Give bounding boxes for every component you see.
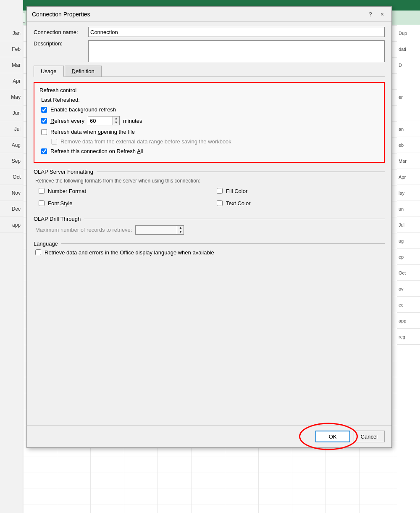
- right-label-ec: ec: [397, 297, 420, 313]
- text-color-row: Text Color: [215, 200, 385, 206]
- olap-formatting-section: OLAP Server Formatting Retrieve the foll…: [34, 169, 385, 210]
- month-list: Jan Feb Mar Apr May Jun Jul Aug Sep Oct …: [0, 25, 23, 233]
- close-button[interactable]: ×: [378, 10, 386, 19]
- refresh-every-input[interactable]: [88, 116, 113, 125]
- dialog-body: Connection name: Description: Usage Defi…: [27, 22, 391, 425]
- right-label-lay: lay: [397, 185, 420, 201]
- dialog-footer: OK Cancel: [27, 425, 391, 447]
- dialog-titlebar: Connection Properties ? ×: [27, 7, 391, 22]
- enable-bg-refresh-row: Enable background refresh: [39, 106, 379, 113]
- right-label-ep: ep: [397, 249, 420, 265]
- remove-data-label: Remove data from the external data range…: [60, 138, 231, 145]
- text-color-checkbox[interactable]: [217, 200, 223, 206]
- olap-formatting-desc: Retrieve the following formats from the …: [34, 177, 385, 185]
- tab-usage[interactable]: Usage: [34, 66, 64, 77]
- refresh-on-open-label: Refresh data when opening the file: [50, 129, 135, 135]
- refresh-all-row: Refresh this connection on Refresh All: [39, 148, 379, 154]
- month-jul: Jul: [0, 121, 23, 137]
- fill-color-checkbox[interactable]: [217, 188, 223, 194]
- refresh-all-label: Refresh this connection on Refresh All: [50, 148, 143, 154]
- right-label-reg: reg: [397, 329, 420, 345]
- refresh-on-open-checkbox[interactable]: [41, 129, 47, 135]
- language-checkbox[interactable]: [35, 249, 41, 255]
- language-section: Language Retrieve data and errors in the…: [34, 241, 385, 256]
- refresh-every-checkbox[interactable]: [41, 118, 47, 124]
- font-style-label: Font Style: [48, 200, 73, 206]
- olap-drill-title-row: OLAP Drill Through: [34, 216, 385, 222]
- enable-bg-refresh-label: Enable background refresh: [50, 106, 116, 113]
- right-label-un: un: [397, 201, 420, 217]
- olap-formatting-line: [97, 172, 385, 172]
- connection-name-row: Connection name:: [34, 27, 385, 37]
- right-label-empty1: [397, 73, 420, 89]
- connection-name-label: Connection name:: [34, 29, 88, 35]
- spinner-down-btn[interactable]: ▼: [113, 121, 119, 125]
- olap-formatting-title-row: OLAP Server Formatting: [34, 169, 385, 175]
- description-row: Description:: [34, 40, 385, 62]
- month-jan: Jan: [0, 25, 23, 41]
- font-style-checkbox[interactable]: [39, 200, 45, 206]
- number-format-row: Number Format: [37, 188, 207, 194]
- ok-button[interactable]: OK: [315, 431, 350, 442]
- right-panel: Dup dati D er an eb Mar Apr lay un Jul u…: [397, 25, 420, 345]
- refresh-on-open-row: Refresh data when opening the file: [39, 129, 379, 135]
- max-records-input[interactable]: [135, 225, 177, 235]
- language-checkbox-label: Retrieve data and errors in the Office d…: [45, 249, 214, 256]
- language-title-row: Language: [34, 241, 385, 247]
- description-input[interactable]: [88, 40, 385, 62]
- connection-properties-dialog: Connection Properties ? × Connection nam…: [26, 6, 392, 448]
- max-records-row: Maximum number of records to retrieve: ▲…: [34, 225, 385, 235]
- dialog-overlay: Connection Properties ? × Connection nam…: [24, 4, 398, 509]
- remove-data-row: Remove data from the external data range…: [39, 138, 379, 145]
- enable-bg-refresh-checkbox[interactable]: [41, 107, 47, 113]
- month-dec: Dec: [0, 201, 23, 217]
- description-label: Description:: [34, 40, 88, 47]
- spreadsheet-left-col: Jan Feb Mar Apr May Jun Jul Aug Sep Oct …: [0, 0, 23, 513]
- refresh-all-checkbox[interactable]: [41, 148, 47, 154]
- spinner-up-btn[interactable]: ▲: [113, 116, 119, 121]
- number-format-label: Number Format: [48, 188, 86, 194]
- right-label-ov: ov: [397, 281, 420, 297]
- help-button[interactable]: ?: [366, 10, 375, 19]
- fill-color-label: Fill Color: [226, 188, 247, 194]
- text-color-label: Text Color: [226, 200, 251, 206]
- month-sep: Sep: [0, 153, 23, 169]
- max-records-spinner-arrows[interactable]: ▲ ▼: [177, 225, 184, 235]
- month-feb: Feb: [0, 41, 23, 57]
- remove-data-checkbox[interactable]: [51, 139, 57, 145]
- number-format-checkbox[interactable]: [39, 188, 45, 194]
- title-buttons: ? ×: [366, 10, 386, 19]
- month-oct: Oct: [0, 169, 23, 185]
- right-label-d: D: [397, 57, 420, 73]
- tab-definition-label: Definition: [72, 68, 94, 74]
- refresh-every-spinner[interactable]: ▲ ▼: [113, 116, 120, 125]
- right-label-er: er: [397, 89, 420, 105]
- cancel-button[interactable]: Cancel: [354, 431, 385, 442]
- minutes-label: minutes: [123, 118, 142, 124]
- right-label-eb: eb: [397, 137, 420, 153]
- right-label-dati: dati: [397, 41, 420, 57]
- olap-checkboxes-grid: Number Format Fill Color Font Style Text…: [34, 188, 385, 210]
- dialog-title: Connection Properties: [32, 11, 90, 18]
- max-records-spinner: ▲ ▼: [135, 225, 184, 235]
- max-records-spinner-up[interactable]: ▲: [177, 226, 184, 230]
- language-checkbox-row: Retrieve data and errors in the Office d…: [34, 249, 385, 256]
- month-may: May: [0, 89, 23, 105]
- month-nov: Nov: [0, 185, 23, 201]
- last-refreshed-row: Last Refreshed:: [39, 97, 379, 103]
- font-style-row: Font Style: [37, 200, 207, 206]
- refresh-control-title: Refresh control: [39, 87, 379, 93]
- right-label-dup: Dup: [397, 25, 420, 41]
- right-label-app2: app: [397, 313, 420, 329]
- olap-drill-title: OLAP Drill Through: [34, 216, 81, 222]
- language-line: [61, 243, 385, 244]
- right-label-ug: ug: [397, 233, 420, 249]
- tab-definition[interactable]: Definition: [65, 66, 102, 77]
- refresh-every-label: Refresh every: [50, 118, 84, 124]
- max-records-spinner-down[interactable]: ▼: [177, 230, 184, 234]
- connection-name-input[interactable]: [88, 27, 385, 37]
- refresh-control-section: Refresh control Last Refreshed: Enable b…: [34, 82, 385, 163]
- month-mar: Mar: [0, 57, 23, 73]
- language-title: Language: [34, 241, 58, 247]
- right-label-empty2: [397, 105, 420, 121]
